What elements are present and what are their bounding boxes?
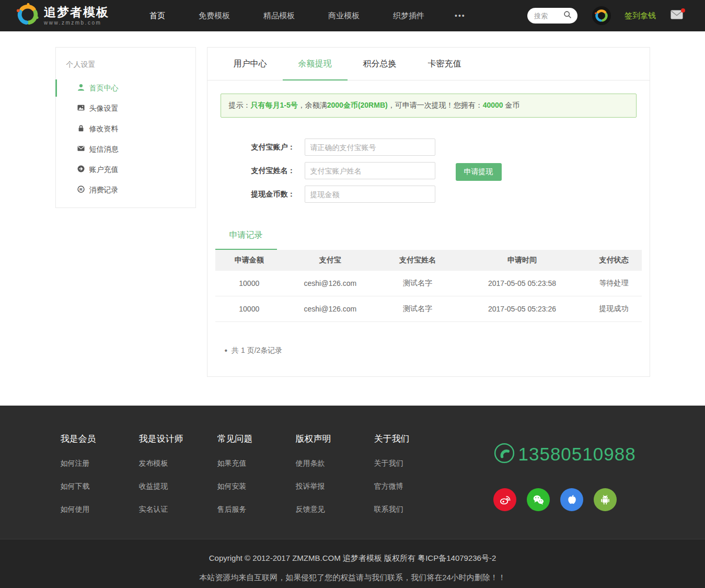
search-icon[interactable] [563,10,572,21]
sidebar-title: 个人设置 [56,48,195,78]
svg-text:R: R [79,187,83,192]
copyright-line2: 本站资源均来自互联网，如果侵犯了您的权益请与我们联系，我们将在24小时内删除！！ [0,573,705,583]
signin-reward-link[interactable]: 签到拿钱 [625,11,656,21]
service-phone: 13580510988 [493,442,618,466]
nav-item-free-templates[interactable]: 免费模板 [182,0,247,31]
tab-user-center[interactable]: 用户中心 [218,48,283,80]
phone-number: 13580510988 [518,444,636,465]
content-tabs: 用户中心 余额提现 积分总换 卡密充值 [207,48,650,80]
top-navbar: 追梦者模板 www.zmzmb.com 首页 免费模板 精品模板 商业模板 织梦… [0,0,705,31]
footer-col-faq: 常见问题 如果充值 如何安装 售后服务 [217,433,296,539]
page-footer: 我是会员 如何注册 如何下载 如何使用 我是设计师 发布模板 收益提现 实名认证… [0,406,705,588]
image-icon [77,104,85,113]
wechat-icon[interactable] [527,488,550,511]
messages-button[interactable] [671,10,683,21]
footer-link[interactable]: 关于我们 [374,459,453,468]
history-icon: R [77,186,85,194]
site-logo[interactable]: 追梦者模板 www.zmzmb.com [16,3,109,29]
sidebar-item-home-center[interactable]: 首页中心 [56,78,195,98]
lock-icon [77,124,85,133]
tab-balance-withdraw[interactable]: 余额提现 [283,48,348,80]
nav-item-premium-templates[interactable]: 精品模板 [247,0,311,31]
footer-link[interactable]: 官方微博 [374,482,453,491]
nav-item-home[interactable]: 首页 [133,0,182,31]
logo-title: 追梦者模板 [44,6,109,18]
col-pay-status: 支付状态 [586,250,641,271]
arrow-circle-icon [77,165,85,174]
mail-icon [77,145,85,154]
sidebar-item-sms-messages[interactable]: 短信消息 [56,139,195,159]
settings-sidebar: 个人设置 首页中心 头像设置 [55,47,196,208]
apply-withdraw-button[interactable]: 申请提现 [456,163,502,181]
table-header-row: 申请金额 支付宝 支付宝姓名 申请时间 支付状态 [215,250,642,271]
sidebar-item-avatar-settings[interactable]: 头像设置 [56,98,195,119]
footer-col-about: 关于我们 关于我们 官方微博 联系我们 [374,433,453,539]
col-alipay: 支付宝 [283,250,377,271]
nav-more-button[interactable]: ••• [441,11,479,20]
tab-points-exchange[interactable]: 积分总换 [348,48,412,80]
content-panel: 用户中心 余额提现 积分总换 卡密充值 提示：只有每月1-5号，余额满2000金… [207,47,650,377]
copyright-line1: Copyright © 2012-2017 ZMZMB.COM 追梦者模板 版权… [0,554,705,563]
footer-link[interactable]: 发布模板 [139,459,217,468]
records-section: 申请记录 申请金额 支付宝 支付宝姓名 申请时间 支付状态 10000 [215,225,642,322]
alipay-account-input[interactable] [305,139,435,156]
search-box[interactable] [527,8,577,24]
alipay-account-label: 支付宝账户： [242,143,305,152]
search-input[interactable] [534,12,563,20]
footer-link[interactable]: 如何安装 [217,482,296,491]
android-icon[interactable] [594,488,617,511]
footer-link[interactable]: 如何使用 [61,505,139,514]
logo-subtitle: www.zmzmb.com [44,20,109,26]
footer-link[interactable]: 收益提现 [139,482,217,491]
records-title-tab[interactable]: 申请记录 [215,225,277,250]
footer-col-member: 我是会员 如何注册 如何下载 如何使用 [61,433,139,539]
notification-dot [681,8,685,13]
apple-icon[interactable] [560,488,583,511]
footer-col-copyright-notice: 版权声明 使用条款 投诉举报 反馈意见 [296,433,374,539]
footer-link[interactable]: 反馈意见 [296,505,374,514]
footer-link[interactable]: 如何下载 [61,482,139,491]
footer-link[interactable]: 投诉举报 [296,482,374,491]
footer-link[interactable]: 联系我们 [374,505,453,514]
user-avatar[interactable] [592,6,611,25]
user-icon [77,84,85,93]
alipay-name-input[interactable] [305,162,435,179]
withdraw-amount-label: 提现金币数： [242,190,305,199]
tab-card-recharge[interactable]: 卡密充值 [412,48,477,80]
footer-link[interactable]: 售后服务 [217,505,296,514]
col-apply-time: 申请时间 [458,250,586,271]
withdraw-records-table: 申请金额 支付宝 支付宝姓名 申请时间 支付状态 10000 ceshi@126… [215,250,642,322]
logo-swirl-icon [16,3,40,29]
footer-link[interactable]: 实名认证 [139,505,217,514]
phone-icon [493,442,515,466]
footer-link[interactable]: 如何注册 [61,459,139,468]
sidebar-item-edit-profile[interactable]: 修改资料 [56,119,195,139]
status-badge: 等待处理 [586,271,641,296]
alipay-name-label: 支付宝姓名： [242,166,305,176]
sidebar-item-account-recharge[interactable]: 账户充值 [56,159,195,180]
copyright-bar: Copyright © 2012-2017 ZMZMB.COM 追梦者模板 版权… [0,539,705,588]
withdraw-amount-input[interactable] [305,186,435,203]
footer-col-designer: 我是设计师 发布模板 收益提现 实名认证 [139,433,217,539]
withdraw-tip-alert: 提示：只有每月1-5号，余额满2000金币(20RMB)，可申请一次提现！您拥有… [221,94,637,118]
footer-link[interactable]: 如果充值 [217,459,296,468]
table-row: 10000 ceshi@126.com 测试名字 2017-05-05 05:2… [215,271,642,296]
col-amount: 申请金额 [215,250,284,271]
weibo-icon[interactable] [493,488,516,511]
col-alipay-name: 支付宝姓名 [377,250,458,271]
main-nav: 首页 免费模板 精品模板 商业模板 织梦插件 ••• [133,0,479,31]
pagination-info: • 共 1 页/2条记录 [225,346,650,355]
withdraw-form: 支付宝账户： 支付宝姓名： 提现金币数： 申请提现 [207,139,650,203]
sidebar-item-spending-records[interactable]: R 消费记录 [56,180,195,200]
page-body: 个人设置 首页中心 头像设置 [0,31,705,406]
nav-item-dedecms-plugins[interactable]: 织梦插件 [376,0,441,31]
footer-link[interactable]: 使用条款 [296,459,374,468]
table-row: 10000 ceshi@126.com 测试名字 2017-05-05 05:2… [215,296,642,322]
nav-item-business-templates[interactable]: 商业模板 [311,0,376,31]
status-badge: 提现成功 [586,296,641,322]
